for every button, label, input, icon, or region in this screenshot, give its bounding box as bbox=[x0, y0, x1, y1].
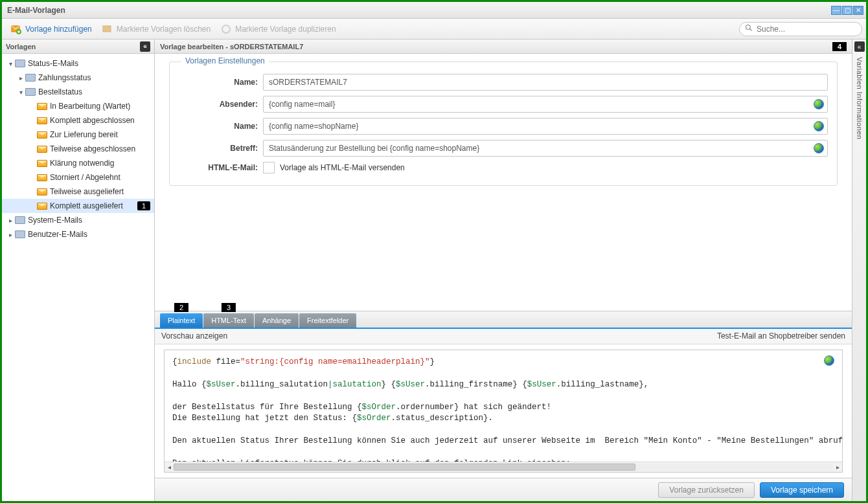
tree-leaf-komplett-abgeschlossen[interactable]: ·Komplett abgeschlossen bbox=[2, 113, 154, 128]
label-html-email: HTML-E-Mail: bbox=[179, 163, 263, 172]
window-buttons: — ▢ ✕ bbox=[831, 6, 863, 15]
expand-icon: ▸ bbox=[16, 74, 25, 82]
form-area: Vorlagen Einstellungen Name: sORDERSTATE… bbox=[155, 54, 852, 188]
duplicate-template-button[interactable]: Markierte Vorlage duplizieren bbox=[216, 21, 341, 37]
tree-label: Zur Lieferung bereit bbox=[50, 130, 154, 139]
add-template-button[interactable]: Vorlage hinzufügen bbox=[6, 21, 97, 37]
search-box[interactable] bbox=[739, 22, 862, 36]
input-subject-value: Statusänderung zur Bestellung bei {confi… bbox=[269, 144, 479, 153]
label-shopname: Name: bbox=[179, 122, 263, 131]
tab-attachments-label: Anhänge bbox=[262, 317, 291, 324]
tab-badge-2: 2 bbox=[174, 303, 188, 312]
globe-icon[interactable] bbox=[814, 99, 824, 109]
fieldset-legend: Vorlagen Einstellungen bbox=[181, 56, 269, 65]
tab-html-text[interactable]: 3 HTML-Text bbox=[203, 313, 254, 328]
globe-icon[interactable] bbox=[814, 121, 824, 131]
maximize-button[interactable]: ▢ bbox=[842, 6, 852, 15]
delete-templates-button[interactable]: Markierte Vorlagen löschen bbox=[97, 21, 216, 37]
minimize-button[interactable]: — bbox=[831, 6, 841, 15]
mail-icon bbox=[37, 117, 47, 124]
tree-label: Zahlungsstatus bbox=[38, 73, 154, 82]
tab-freetext[interactable]: Freitextfelder bbox=[299, 313, 356, 328]
svg-point-4 bbox=[746, 25, 751, 30]
tree-node-benutzer-emails[interactable]: ▸Benutzer-E-Mails bbox=[2, 227, 154, 241]
tree-leaf-klaerung-notwendig[interactable]: ·Klärung notwendig bbox=[2, 156, 154, 170]
content-header: Vorlage bearbeiten - sORDERSTATEMAIL7 4 bbox=[155, 39, 852, 54]
scroll-left-icon[interactable]: ◂ bbox=[165, 462, 174, 472]
label-subject: Betreff: bbox=[179, 144, 263, 153]
horizontal-scrollbar[interactable]: ◂ ▸ bbox=[165, 462, 842, 472]
input-name[interactable]: sORDERSTATEMAIL7 bbox=[263, 74, 828, 91]
tab-badge-3: 3 bbox=[222, 303, 236, 312]
checkbox-html-email[interactable] bbox=[263, 162, 275, 173]
window: E-Mail-Vorlagen — ▢ ✕ Vorlage hinzufügen… bbox=[2, 2, 866, 501]
svg-point-3 bbox=[222, 25, 230, 33]
tree-label: Komplett abgeschlossen bbox=[50, 116, 154, 125]
search-input[interactable] bbox=[757, 25, 856, 34]
right-rail: « Variablen Informationen bbox=[852, 39, 866, 501]
mail-add-icon bbox=[11, 24, 21, 34]
folder-icon bbox=[15, 216, 25, 224]
tab-plaintext[interactable]: 2 Plaintext bbox=[160, 313, 203, 328]
code-content[interactable]: {include file="string:{config name=email… bbox=[165, 350, 842, 462]
expand-icon: ▾ bbox=[6, 60, 15, 67]
rightrail-expand-button[interactable]: « bbox=[854, 41, 865, 52]
editor-tabbar: 2 Plaintext 3 HTML-Text Anhänge Freitext… bbox=[155, 311, 852, 329]
tree-label: Teilweise ausgeliefert bbox=[50, 187, 154, 196]
tree-node-bestellstatus[interactable]: ▾ Bestellstatus bbox=[2, 85, 154, 99]
preview-link[interactable]: Vorschau anzeigen bbox=[161, 331, 227, 341]
tree-label: Benutzer-E-Mails bbox=[28, 230, 154, 239]
template-tree: ▾ Status-E-Mails ▸ Zahlungsstatus ▾ Best… bbox=[2, 54, 154, 501]
scroll-right-icon[interactable]: ▸ bbox=[833, 462, 842, 472]
tree-leaf-storniert[interactable]: ·Storniert / Abgelehnt bbox=[2, 170, 154, 184]
tree-leaf-teilweise-ausgeliefert[interactable]: ·Teilweise ausgeliefert bbox=[2, 184, 154, 199]
tree-leaf-teilweise-abgeschlossen[interactable]: ·Teilweise abgeschlossen bbox=[2, 142, 154, 156]
footer: Vorlage zurücksetzen Vorlage speichern bbox=[155, 478, 852, 501]
tree-leaf-in-bearbeitung[interactable]: ·In Bearbeitung (Wartet) bbox=[2, 99, 154, 113]
sidebar-collapse-button[interactable]: « bbox=[140, 41, 150, 52]
folder-icon bbox=[25, 74, 36, 82]
tab-freetext-label: Freitextfelder bbox=[307, 317, 348, 324]
mail-icon bbox=[37, 160, 47, 167]
folder-icon bbox=[25, 88, 36, 96]
folder-icon bbox=[15, 230, 25, 238]
globe-icon[interactable] bbox=[824, 355, 834, 366]
code-editor[interactable]: {include file="string:{config name=email… bbox=[164, 350, 843, 473]
tab-attachments[interactable]: Anhänge bbox=[255, 313, 299, 328]
tab-plaintext-label: Plaintext bbox=[168, 317, 195, 324]
input-shopname-value: {config name=shopName} bbox=[269, 122, 358, 131]
tree-leaf-zur-lieferung-bereit[interactable]: ·Zur Lieferung bereit bbox=[2, 128, 154, 142]
html-email-desc: Vorlage als HTML-E-Mail versenden bbox=[280, 163, 405, 172]
main: Vorlagen « ▾ Status-E-Mails ▸ Zahlungsst… bbox=[2, 39, 866, 501]
mail-delete-icon bbox=[102, 24, 113, 34]
mail-icon bbox=[37, 174, 47, 181]
tree-badge-1: 1 bbox=[137, 201, 150, 210]
sidebar-header: Vorlagen « bbox=[2, 39, 154, 54]
input-shopname[interactable]: {config name=shopName} bbox=[263, 118, 828, 135]
input-sender-value: {config name=mail} bbox=[269, 100, 335, 109]
reset-button[interactable]: Vorlage zurücksetzen bbox=[658, 482, 755, 498]
mail-icon bbox=[37, 203, 47, 210]
mail-icon bbox=[37, 131, 47, 139]
send-test-mail-link[interactable]: Test-E-Mail an Shopbetreiber senden bbox=[717, 331, 845, 341]
toolbar: Vorlage hinzufügen Markierte Vorlagen lö… bbox=[2, 19, 866, 39]
expand-icon: ▾ bbox=[16, 89, 25, 96]
delete-templates-label: Markierte Vorlagen löschen bbox=[117, 25, 211, 34]
save-button[interactable]: Vorlage speichern bbox=[760, 482, 844, 498]
close-button[interactable]: ✕ bbox=[853, 6, 863, 15]
tree-node-zahlungsstatus[interactable]: ▸ Zahlungsstatus bbox=[2, 71, 154, 85]
globe-icon[interactable] bbox=[814, 143, 824, 153]
folder-icon bbox=[15, 60, 25, 67]
label-name: Name: bbox=[179, 78, 263, 87]
input-sender[interactable]: {config name=mail} bbox=[263, 96, 828, 113]
content-badge-4: 4 bbox=[832, 42, 847, 51]
scroll-thumb[interactable] bbox=[174, 464, 635, 471]
tree-node-status-emails[interactable]: ▾ Status-E-Mails bbox=[2, 56, 154, 71]
window-title: E-Mail-Vorlagen bbox=[7, 6, 65, 15]
editor-subbar: Vorschau anzeigen Test-E-Mail an Shopbet… bbox=[155, 329, 852, 344]
tree-leaf-komplett-ausgeliefert[interactable]: ·Komplett ausgeliefert1 bbox=[2, 199, 154, 213]
sidebar-title: Vorlagen bbox=[6, 43, 36, 50]
input-subject[interactable]: Statusänderung zur Bestellung bei {confi… bbox=[263, 140, 828, 157]
content-title: Vorlage bearbeiten - sORDERSTATEMAIL7 bbox=[160, 43, 303, 50]
tree-node-system-emails[interactable]: ▸System-E-Mails bbox=[2, 213, 154, 227]
